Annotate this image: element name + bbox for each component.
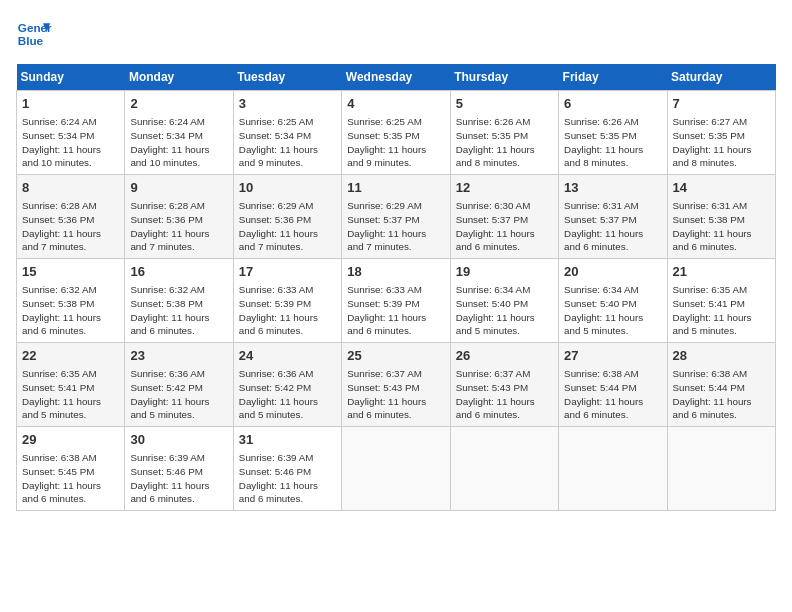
day-number: 23 bbox=[130, 347, 227, 365]
calendar-week-row: 15Sunrise: 6:32 AM Sunset: 5:38 PM Dayli… bbox=[17, 259, 776, 343]
day-header-wednesday: Wednesday bbox=[342, 64, 450, 91]
calendar-week-row: 1Sunrise: 6:24 AM Sunset: 5:34 PM Daylig… bbox=[17, 91, 776, 175]
cell-info: Sunrise: 6:28 AM Sunset: 5:36 PM Dayligh… bbox=[130, 199, 227, 254]
day-number: 11 bbox=[347, 179, 444, 197]
calendar-cell: 9Sunrise: 6:28 AM Sunset: 5:36 PM Daylig… bbox=[125, 175, 233, 259]
calendar-cell bbox=[667, 427, 775, 511]
day-number: 20 bbox=[564, 263, 661, 281]
svg-text:Blue: Blue bbox=[18, 34, 44, 47]
calendar-table: SundayMondayTuesdayWednesdayThursdayFrid… bbox=[16, 64, 776, 511]
cell-info: Sunrise: 6:36 AM Sunset: 5:42 PM Dayligh… bbox=[239, 367, 336, 422]
cell-info: Sunrise: 6:27 AM Sunset: 5:35 PM Dayligh… bbox=[673, 115, 770, 170]
cell-info: Sunrise: 6:35 AM Sunset: 5:41 PM Dayligh… bbox=[22, 367, 119, 422]
day-number: 7 bbox=[673, 95, 770, 113]
day-number: 5 bbox=[456, 95, 553, 113]
day-number: 31 bbox=[239, 431, 336, 449]
cell-info: Sunrise: 6:26 AM Sunset: 5:35 PM Dayligh… bbox=[456, 115, 553, 170]
calendar-cell: 18Sunrise: 6:33 AM Sunset: 5:39 PM Dayli… bbox=[342, 259, 450, 343]
day-number: 15 bbox=[22, 263, 119, 281]
cell-info: Sunrise: 6:38 AM Sunset: 5:45 PM Dayligh… bbox=[22, 451, 119, 506]
calendar-cell: 1Sunrise: 6:24 AM Sunset: 5:34 PM Daylig… bbox=[17, 91, 125, 175]
calendar-cell bbox=[559, 427, 667, 511]
calendar-cell: 20Sunrise: 6:34 AM Sunset: 5:40 PM Dayli… bbox=[559, 259, 667, 343]
calendar-cell: 10Sunrise: 6:29 AM Sunset: 5:36 PM Dayli… bbox=[233, 175, 341, 259]
cell-info: Sunrise: 6:31 AM Sunset: 5:38 PM Dayligh… bbox=[673, 199, 770, 254]
calendar-cell: 7Sunrise: 6:27 AM Sunset: 5:35 PM Daylig… bbox=[667, 91, 775, 175]
calendar-cell: 5Sunrise: 6:26 AM Sunset: 5:35 PM Daylig… bbox=[450, 91, 558, 175]
day-header-monday: Monday bbox=[125, 64, 233, 91]
day-number: 17 bbox=[239, 263, 336, 281]
cell-info: Sunrise: 6:25 AM Sunset: 5:35 PM Dayligh… bbox=[347, 115, 444, 170]
day-number: 27 bbox=[564, 347, 661, 365]
calendar-cell: 27Sunrise: 6:38 AM Sunset: 5:44 PM Dayli… bbox=[559, 343, 667, 427]
cell-info: Sunrise: 6:36 AM Sunset: 5:42 PM Dayligh… bbox=[130, 367, 227, 422]
cell-info: Sunrise: 6:24 AM Sunset: 5:34 PM Dayligh… bbox=[22, 115, 119, 170]
calendar-cell: 31Sunrise: 6:39 AM Sunset: 5:46 PM Dayli… bbox=[233, 427, 341, 511]
calendar-cell bbox=[450, 427, 558, 511]
day-number: 29 bbox=[22, 431, 119, 449]
logo-icon: General Blue bbox=[16, 16, 52, 52]
day-number: 10 bbox=[239, 179, 336, 197]
calendar-cell: 6Sunrise: 6:26 AM Sunset: 5:35 PM Daylig… bbox=[559, 91, 667, 175]
cell-info: Sunrise: 6:31 AM Sunset: 5:37 PM Dayligh… bbox=[564, 199, 661, 254]
day-header-thursday: Thursday bbox=[450, 64, 558, 91]
day-number: 28 bbox=[673, 347, 770, 365]
calendar-cell: 8Sunrise: 6:28 AM Sunset: 5:36 PM Daylig… bbox=[17, 175, 125, 259]
day-number: 4 bbox=[347, 95, 444, 113]
day-number: 1 bbox=[22, 95, 119, 113]
day-number: 14 bbox=[673, 179, 770, 197]
calendar-cell: 26Sunrise: 6:37 AM Sunset: 5:43 PM Dayli… bbox=[450, 343, 558, 427]
cell-info: Sunrise: 6:34 AM Sunset: 5:40 PM Dayligh… bbox=[564, 283, 661, 338]
day-number: 26 bbox=[456, 347, 553, 365]
day-number: 19 bbox=[456, 263, 553, 281]
cell-info: Sunrise: 6:35 AM Sunset: 5:41 PM Dayligh… bbox=[673, 283, 770, 338]
cell-info: Sunrise: 6:38 AM Sunset: 5:44 PM Dayligh… bbox=[564, 367, 661, 422]
calendar-cell: 17Sunrise: 6:33 AM Sunset: 5:39 PM Dayli… bbox=[233, 259, 341, 343]
day-number: 18 bbox=[347, 263, 444, 281]
cell-info: Sunrise: 6:26 AM Sunset: 5:35 PM Dayligh… bbox=[564, 115, 661, 170]
day-number: 3 bbox=[239, 95, 336, 113]
day-number: 24 bbox=[239, 347, 336, 365]
cell-info: Sunrise: 6:32 AM Sunset: 5:38 PM Dayligh… bbox=[130, 283, 227, 338]
day-number: 13 bbox=[564, 179, 661, 197]
calendar-cell: 15Sunrise: 6:32 AM Sunset: 5:38 PM Dayli… bbox=[17, 259, 125, 343]
cell-info: Sunrise: 6:33 AM Sunset: 5:39 PM Dayligh… bbox=[239, 283, 336, 338]
calendar-week-row: 22Sunrise: 6:35 AM Sunset: 5:41 PM Dayli… bbox=[17, 343, 776, 427]
calendar-cell: 29Sunrise: 6:38 AM Sunset: 5:45 PM Dayli… bbox=[17, 427, 125, 511]
calendar-cell: 12Sunrise: 6:30 AM Sunset: 5:37 PM Dayli… bbox=[450, 175, 558, 259]
day-number: 22 bbox=[22, 347, 119, 365]
cell-info: Sunrise: 6:37 AM Sunset: 5:43 PM Dayligh… bbox=[456, 367, 553, 422]
cell-info: Sunrise: 6:29 AM Sunset: 5:37 PM Dayligh… bbox=[347, 199, 444, 254]
cell-info: Sunrise: 6:29 AM Sunset: 5:36 PM Dayligh… bbox=[239, 199, 336, 254]
day-number: 2 bbox=[130, 95, 227, 113]
calendar-cell: 14Sunrise: 6:31 AM Sunset: 5:38 PM Dayli… bbox=[667, 175, 775, 259]
calendar-cell: 19Sunrise: 6:34 AM Sunset: 5:40 PM Dayli… bbox=[450, 259, 558, 343]
cell-info: Sunrise: 6:32 AM Sunset: 5:38 PM Dayligh… bbox=[22, 283, 119, 338]
day-number: 6 bbox=[564, 95, 661, 113]
day-header-tuesday: Tuesday bbox=[233, 64, 341, 91]
calendar-header-row: SundayMondayTuesdayWednesdayThursdayFrid… bbox=[17, 64, 776, 91]
calendar-cell: 16Sunrise: 6:32 AM Sunset: 5:38 PM Dayli… bbox=[125, 259, 233, 343]
calendar-cell: 25Sunrise: 6:37 AM Sunset: 5:43 PM Dayli… bbox=[342, 343, 450, 427]
cell-info: Sunrise: 6:28 AM Sunset: 5:36 PM Dayligh… bbox=[22, 199, 119, 254]
calendar-week-row: 29Sunrise: 6:38 AM Sunset: 5:45 PM Dayli… bbox=[17, 427, 776, 511]
day-number: 25 bbox=[347, 347, 444, 365]
day-number: 30 bbox=[130, 431, 227, 449]
cell-info: Sunrise: 6:34 AM Sunset: 5:40 PM Dayligh… bbox=[456, 283, 553, 338]
day-number: 16 bbox=[130, 263, 227, 281]
calendar-cell: 13Sunrise: 6:31 AM Sunset: 5:37 PM Dayli… bbox=[559, 175, 667, 259]
calendar-cell: 11Sunrise: 6:29 AM Sunset: 5:37 PM Dayli… bbox=[342, 175, 450, 259]
calendar-week-row: 8Sunrise: 6:28 AM Sunset: 5:36 PM Daylig… bbox=[17, 175, 776, 259]
calendar-cell: 2Sunrise: 6:24 AM Sunset: 5:34 PM Daylig… bbox=[125, 91, 233, 175]
cell-info: Sunrise: 6:33 AM Sunset: 5:39 PM Dayligh… bbox=[347, 283, 444, 338]
day-number: 21 bbox=[673, 263, 770, 281]
cell-info: Sunrise: 6:24 AM Sunset: 5:34 PM Dayligh… bbox=[130, 115, 227, 170]
day-number: 8 bbox=[22, 179, 119, 197]
calendar-cell: 21Sunrise: 6:35 AM Sunset: 5:41 PM Dayli… bbox=[667, 259, 775, 343]
calendar-cell: 23Sunrise: 6:36 AM Sunset: 5:42 PM Dayli… bbox=[125, 343, 233, 427]
cell-info: Sunrise: 6:39 AM Sunset: 5:46 PM Dayligh… bbox=[239, 451, 336, 506]
cell-info: Sunrise: 6:30 AM Sunset: 5:37 PM Dayligh… bbox=[456, 199, 553, 254]
calendar-cell: 28Sunrise: 6:38 AM Sunset: 5:44 PM Dayli… bbox=[667, 343, 775, 427]
logo: General Blue bbox=[16, 16, 56, 52]
day-number: 12 bbox=[456, 179, 553, 197]
